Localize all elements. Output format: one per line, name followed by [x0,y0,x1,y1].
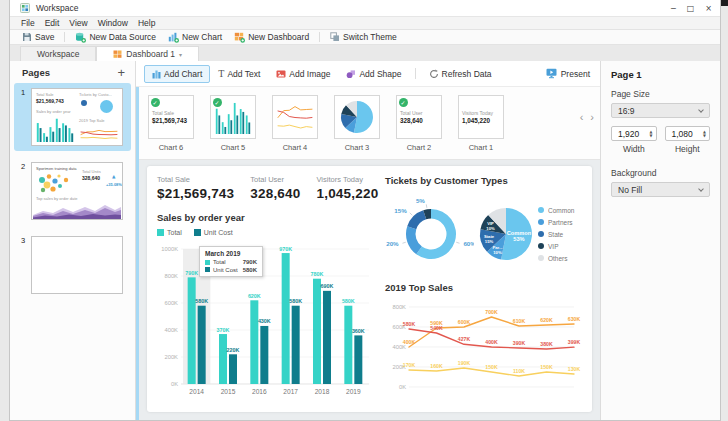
pie-legend-item[interactable]: VIP [538,243,582,250]
properties-panel: Page 1 Page Size 16:9 1,920 ▲▼ Width 1,0… [600,61,720,420]
pie-legend-item[interactable]: Common [538,207,582,214]
close-icon[interactable]: × [705,4,712,13]
legend-dot [538,207,544,213]
widget-tickets-charts[interactable]: Tickets by Customer Types 60%20%15%5% Co… [385,175,582,280]
carousel-card-chart-6[interactable]: ✓Total Sale$21,569,743Chart 6 [148,95,194,152]
app-window: Workspace ─ □ × File Edit View Window He… [9,0,721,421]
svg-text:130K: 130K [568,366,581,372]
add-image-button[interactable]: Add Image [268,65,338,83]
svg-text:610K: 610K [513,318,526,324]
legend-item-total[interactable]: Total [157,229,182,236]
new-dashboard-icon [234,32,245,43]
svg-text:580K: 580K [195,298,208,304]
page-thumbnail-3[interactable]: 3 [14,231,131,299]
width-stepper[interactable]: 1,920 ▲▼ [611,126,657,141]
maximize-icon[interactable]: □ [687,4,695,13]
tooltip-swatch [205,267,210,272]
kpi-total-sale[interactable]: Total Sale $21,569,743 [157,175,234,201]
svg-text:580K: 580K [342,298,355,304]
card-mini-chart [276,99,314,135]
carousel-card-name: Chart 4 [283,143,308,152]
new-dashboard-button[interactable]: New Dashboard [228,31,315,44]
legend-dot [538,243,544,249]
database-icon [75,32,86,43]
kpi-visitors-today[interactable]: Visitors Today 1,045,220 [316,175,378,201]
svg-text:800K: 800K [164,273,178,279]
carousel-card-chart-4[interactable]: Chart 4 [272,95,318,152]
menu-edit[interactable]: Edit [40,18,65,28]
thumb2-bubbles [35,172,73,196]
svg-text:60%: 60% [463,240,474,247]
height-label: Height [665,144,711,154]
new-data-source-button[interactable]: New Data Source [69,31,162,44]
tab-dropdown-caret[interactable]: ▾ [179,51,182,58]
widget-line-chart[interactable]: 2019 Top Sales 0K200K400K600K800K400K590… [385,282,582,392]
carousel-card-name: Chart 5 [221,143,246,152]
new-chart-button[interactable]: New Chart [162,31,228,44]
svg-text:150K: 150K [540,364,553,370]
menu-help[interactable]: Help [133,18,160,28]
card-mini-chart [338,99,376,135]
svg-text:630K: 630K [568,316,581,322]
chart-card [334,95,380,139]
page-thumbnail-2[interactable]: 2 Sportmen training data Total Units 328… [14,157,131,225]
save-icon [22,32,32,42]
carousel-card-name: Chart 1 [469,143,494,152]
pie-legend-item[interactable]: State [538,231,582,238]
svg-text:190K: 190K [458,360,471,366]
carousel-card-chart-5[interactable]: ✓Chart 5 [210,95,256,152]
add-shape-button[interactable]: Add Shape [338,65,409,83]
pie-legend-item[interactable]: Partners [538,219,582,226]
tab-workspace[interactable]: Workspace [20,46,96,61]
refresh-data-button[interactable]: Refresh Data [421,65,500,83]
svg-text:399K: 399K [568,339,581,345]
menu-file[interactable]: File [16,18,40,28]
tab-dashboard-1[interactable]: Dashboard 1 ▾ [96,46,199,61]
svg-text:1000K: 1000K [161,246,178,252]
thumb-up-arrow-icon: ▲ [112,174,115,179]
carousel-card-chart-2[interactable]: ✓Total User328,640Chart 2 [396,95,442,152]
thumb-donut [81,100,87,106]
svg-text:360K: 360K [352,328,365,334]
legend-label: VIP [548,243,558,250]
save-button[interactable]: Save [16,31,60,44]
add-text-button[interactable]: T Add Text [210,65,268,83]
page-size-select[interactable]: 16:9 [611,103,710,118]
stepper-arrows-icon[interactable]: ▲▼ [650,130,653,137]
add-chart-button[interactable]: Add Chart [144,65,210,83]
kpi-total-user[interactable]: Total User 328,640 [250,175,300,201]
menu-window[interactable]: Window [93,18,133,28]
carousel-prev-icon[interactable]: ‹ [580,111,584,123]
height-stepper[interactable]: 1,080 ▲▼ [665,126,711,141]
pie-legend-item[interactable]: Others [538,255,582,262]
carousel-card-chart-3[interactable]: Chart 3 [334,95,380,152]
legend-dot [538,219,544,225]
svg-text:390K: 390K [513,340,526,346]
card-kpi-label: Total User [400,110,438,116]
switch-theme-button[interactable]: Switch Theme [324,31,403,44]
carousel-card-name: Chart 6 [159,143,184,152]
add-page-button[interactable]: + [117,68,125,78]
svg-text:160K: 160K [430,363,443,369]
carousel-card-chart-1[interactable]: Visitors Today1,045,220Chart 1 [458,95,504,152]
stepper-arrows-icon[interactable]: ▲▼ [703,130,706,137]
legend-item-unit-cost[interactable]: Unit Cost [194,229,233,236]
background-select[interactable]: No Fill [611,182,710,197]
chart-card: ✓Total Sale$21,569,743 [148,95,194,139]
widget-bar-chart[interactable]: Sales by order year Total Unit Cost 0K20… [157,212,375,397]
chart-card [272,95,318,139]
carousel-card-name: Chart 2 [407,143,432,152]
carousel-next-icon[interactable]: › [590,111,594,123]
pages-panel: Pages + 1 Total Sale $21,569,743 Tickets… [10,61,136,420]
minimize-icon[interactable]: ─ [671,4,676,13]
svg-text:430K: 430K [258,318,271,324]
present-button[interactable]: Present [546,68,590,79]
bar-chart-title: Sales by order year [157,212,375,223]
svg-text:600K: 600K [458,319,471,325]
canvas[interactable]: Total Sale $21,569,743 Total User 328,64… [139,160,600,420]
app-icon [20,3,30,13]
page-thumbnail-1[interactable]: 1 Total Sale $21,569,743 Tickets by Cust… [14,83,131,151]
legend-label: State [548,231,563,238]
menu-view[interactable]: View [64,18,92,28]
tooltip-swatch [205,260,210,265]
